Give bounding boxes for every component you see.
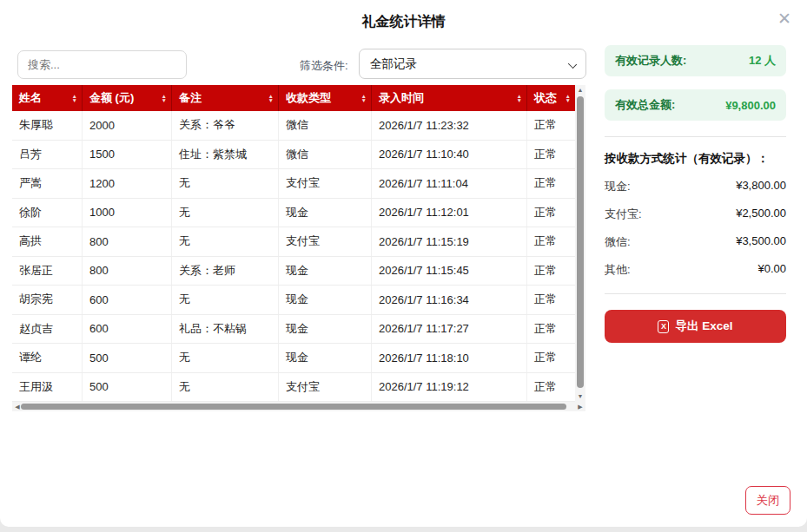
method-row: 支付宝:¥2,500.00 (605, 207, 786, 222)
table-cell: 无 (172, 344, 279, 372)
table-row: 吕芳1500住址：紫禁城微信2026/1/7 11:10:40正常 (12, 141, 585, 170)
column-header-4[interactable]: 录入时间▲▼ (372, 85, 527, 111)
table-row: 赵贞吉600礼品：不粘锅现金2026/1/7 11:17:27正常 (12, 315, 585, 345)
column-header-label: 备注 (179, 90, 202, 106)
table-cell: 礼品：不粘锅 (172, 315, 279, 344)
method-label: 现金: (605, 179, 631, 194)
filter-selected-value: 全部记录 (370, 56, 417, 72)
table-cell: 正常 (527, 257, 575, 286)
column-header-1[interactable]: 金额 (元)▲▼ (83, 85, 172, 111)
table-cell: 2026/1/7 11:15:19 (372, 227, 527, 256)
table-cell: 500 (83, 373, 172, 402)
table-cell: 2026/1/7 11:23:32 (372, 111, 527, 140)
method-label: 支付宝: (605, 207, 642, 222)
table-row: 朱厚聪2000关系：爷爷微信2026/1/7 11:23:32正常 (12, 111, 585, 141)
scroll-down-arrow-icon[interactable]: ▼ (575, 391, 585, 402)
table-cell: 2026/1/7 11:12:01 (372, 199, 527, 227)
valid-count-label: 有效记录人数: (615, 53, 686, 69)
table-cell: 严嵩 (12, 169, 83, 198)
table-cell: 600 (83, 315, 172, 344)
method-value: ¥3,800.00 (736, 179, 786, 194)
summary-panel: 有效记录人数: 12 人 有效总金额: ¥9,800.00 按收款方式统计（有效… (605, 45, 786, 343)
table-cell: 王用汲 (12, 373, 83, 402)
column-header-label: 状态 (534, 90, 557, 106)
table-row: 张居正800关系：老师现金2026/1/7 11:15:45正常 (12, 257, 585, 286)
column-header-label: 金额 (元) (89, 90, 134, 106)
column-header-label: 收款类型 (286, 90, 331, 106)
method-row: 现金:¥3,800.00 (605, 179, 786, 194)
table-cell: 现金 (279, 344, 372, 372)
table-cell: 1500 (83, 141, 172, 169)
export-excel-button[interactable]: X 导出 Excel (605, 310, 786, 343)
table-cell: 1000 (83, 199, 172, 227)
table-cell: 800 (83, 227, 172, 256)
table-cell: 2026/1/7 11:17:27 (372, 315, 527, 344)
sort-icon: ▲▼ (361, 94, 367, 102)
table-cell: 现金 (279, 315, 372, 344)
valid-total-value: ¥9,800.00 (725, 99, 776, 112)
table-cell: 无 (172, 373, 279, 402)
table-cell: 赵贞吉 (12, 315, 83, 344)
column-header-2[interactable]: 备注▲▼ (172, 85, 279, 111)
scroll-up-arrow-icon[interactable]: ▲ (575, 85, 585, 95)
table-cell: 现金 (279, 257, 372, 286)
method-label: 其他: (605, 262, 631, 278)
filter-select[interactable]: 全部记录 (359, 49, 586, 79)
table-cell: 2026/1/7 11:19:12 (372, 373, 527, 402)
column-header-label: 录入时间 (379, 90, 424, 106)
vertical-scrollbar[interactable]: ▲ ▼ (575, 85, 585, 402)
table-cell: 2026/1/7 11:11:04 (372, 169, 527, 198)
table-cell: 1200 (83, 169, 172, 198)
table-cell: 2026/1/7 11:16:34 (372, 286, 527, 314)
excel-file-icon: X (658, 320, 669, 333)
table-cell: 正常 (527, 169, 575, 198)
table-cell: 支付宝 (279, 373, 372, 402)
gift-stats-modal: ✕ 礼金统计详情 筛选条件: 全部记录 姓名▲▼金额 (元)▲▼备注▲▼收款类型… (0, 0, 807, 527)
table-cell: 张居正 (12, 257, 83, 286)
table-cell: 无 (172, 286, 279, 314)
table-row: 严嵩1200无支付宝2026/1/7 11:11:04正常 (12, 169, 585, 199)
table-cell: 2026/1/7 11:18:10 (372, 344, 527, 372)
close-button[interactable]: 关闭 (745, 486, 790, 515)
sort-icon: ▲▼ (72, 94, 77, 102)
table-cell: 胡宗宪 (12, 286, 83, 314)
horizontal-scrollbar-thumb[interactable] (21, 404, 566, 410)
table-row: 胡宗宪600无现金2026/1/7 11:16:34正常 (12, 286, 585, 315)
scroll-right-arrow-icon[interactable]: ▶ (575, 402, 585, 411)
method-value: ¥0.00 (757, 262, 786, 278)
table-cell: 600 (83, 286, 172, 314)
sort-icon: ▲▼ (566, 94, 571, 102)
column-header-3[interactable]: 收款类型▲▼ (279, 85, 372, 111)
valid-total-label: 有效总金额: (615, 97, 675, 113)
valid-total-card: 有效总金额: ¥9,800.00 (605, 89, 786, 121)
column-header-0[interactable]: 姓名▲▼ (12, 85, 83, 111)
table-cell: 现金 (279, 199, 372, 227)
column-header-5[interactable]: 状态▲▼ (527, 85, 575, 111)
table-cell: 正常 (527, 373, 575, 402)
table-cell: 2026/1/7 11:15:45 (372, 257, 527, 286)
table-cell: 谭纶 (12, 344, 83, 372)
table-row: 王用汲500无支付宝2026/1/7 11:19:12正常 (12, 373, 585, 403)
column-header-label: 姓名 (19, 90, 42, 106)
table-body: 朱厚聪2000关系：爷爷微信2026/1/7 11:23:32正常吕芳1500住… (12, 111, 585, 402)
method-value: ¥3,500.00 (736, 234, 786, 250)
panel-divider-bottom (605, 293, 786, 294)
method-row: 其他:¥0.00 (605, 262, 786, 278)
table-cell: 无 (172, 169, 279, 198)
table-cell: 正常 (527, 315, 575, 344)
table-header-row: 姓名▲▼金额 (元)▲▼备注▲▼收款类型▲▼录入时间▲▼状态▲▼ (12, 85, 585, 111)
table-cell: 吕芳 (12, 141, 83, 169)
export-excel-label: 导出 Excel (675, 319, 732, 334)
vertical-scrollbar-thumb[interactable] (577, 96, 584, 388)
sort-icon: ▲▼ (268, 94, 274, 102)
valid-count-card: 有效记录人数: 12 人 (605, 45, 786, 76)
methods-list: 现金:¥3,800.00支付宝:¥2,500.00微信:¥3,500.00其他:… (605, 179, 786, 278)
horizontal-scrollbar[interactable]: ◀ ▶ (12, 402, 585, 411)
modal-title: 礼金统计详情 (0, 13, 807, 31)
search-input[interactable] (17, 50, 187, 79)
method-value: ¥2,500.00 (736, 207, 786, 222)
table-cell: 支付宝 (279, 227, 372, 256)
table-cell: 住址：紫禁城 (172, 141, 279, 169)
sort-icon: ▲▼ (162, 94, 167, 102)
table-cell: 2000 (83, 111, 172, 140)
